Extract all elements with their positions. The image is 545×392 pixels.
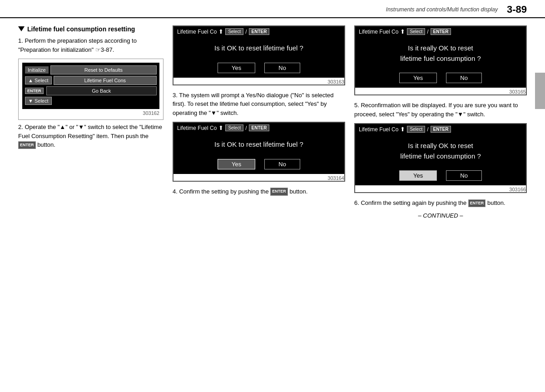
display-box-1: Lifetime Fuel Co ⬆ Select / ENTER Is it … [173, 25, 345, 85]
btn-yes-3: Yes [399, 73, 437, 83]
fig-number-screen1: 303163 [173, 79, 344, 84]
sidebar-bar [535, 73, 545, 109]
btn-no-3: No [446, 73, 482, 83]
display-header-2: Lifetime Fuel Co ⬆ Select / ENTER [173, 123, 344, 133]
menu-row-select-up: ▲ Select Lifetime Fuel Cons [25, 76, 157, 85]
enter-inline-3: ENTER [468, 199, 486, 208]
btn-no-1: No [264, 63, 300, 73]
display-body-1: Is it OK to reset lifetime fuel ? [173, 37, 344, 60]
display-body-line2-3: lifetime fuel consumption ? [360, 54, 521, 64]
menu-row-select-down: ▼ Select [25, 97, 157, 105]
select-up-btn: ▲ Select [25, 76, 52, 84]
display-arrow-2: ⬆ [218, 124, 223, 131]
page-header: Instruments and controls/Multi function … [0, 0, 545, 18]
display-box-3: Lifetime Fuel Co ⬆ Select / ENTER Is it … [354, 25, 527, 95]
display-select-2: Select [225, 124, 243, 131]
section-heading: Lifetime fuel consumption resetting [18, 25, 164, 33]
header-subtitle: Instruments and controls/Multi function … [18, 6, 507, 13]
enter-inline-1: ENTER [18, 141, 36, 149]
display-slash-4: / [427, 126, 428, 133]
menu-screen: Initialize Reset to Defaults ▲ Select Li… [22, 63, 159, 109]
display-slash-3: / [427, 29, 428, 35]
step6-main: 6. Confirm the setting again by pushing … [354, 199, 466, 206]
enter-badge: ENTER [25, 88, 44, 94]
step6-end: button. [487, 199, 505, 206]
display-slash-2: / [245, 125, 247, 131]
menu-row-initialize: Initialize Reset to Defaults [25, 65, 157, 74]
display-select-4: Select [407, 126, 425, 133]
left-column: Lifetime fuel consumption resetting 1. P… [18, 25, 164, 219]
btn-yes-1: Yes [218, 63, 255, 73]
goback-btn: Go Back [46, 86, 157, 95]
page-number: 3-89 [507, 4, 527, 15]
display-box-2: Lifetime Fuel Co ⬆ Select / ENTER Is it … [173, 122, 345, 182]
display-title-2: Lifetime Fuel Co [177, 125, 217, 131]
continued-text: – CONTINUED – [354, 212, 527, 219]
step1-text: 1. Perform the preparation steps accordi… [18, 36, 164, 54]
display-body-text-2: Is it OK to reset lifetime fuel ? [214, 140, 303, 148]
display-buttons-3: Yes No [355, 70, 526, 88]
display-buttons-1: Yes No [173, 60, 344, 78]
display-buttons-2: Yes No [173, 156, 344, 174]
display-body-text-1: Is it OK to reset lifetime fuel ? [214, 44, 303, 52]
display-header-1: Lifetime Fuel Co ⬆ Select / ENTER [173, 26, 344, 37]
display-enter-4: ENTER [431, 126, 451, 133]
fig-number-1: 303162 [22, 110, 159, 116]
right-column: Lifetime Fuel Co ⬆ Select / ENTER Is it … [354, 25, 527, 219]
display-body-line1-4: Is it really OK to reset [360, 141, 521, 151]
lifetime-btn: Lifetime Fuel Cons [54, 76, 157, 85]
display-arrow-4: ⬆ [400, 126, 405, 133]
display-enter-2: ENTER [249, 124, 270, 131]
reset-defaults-btn: Reset to Defaults [50, 65, 157, 74]
display-body-line1-3: Is it really OK to reset [360, 43, 521, 54]
display-arrow-1: ⬆ [218, 28, 223, 35]
display-box-4: Lifetime Fuel Co ⬆ Select / ENTER Is it … [354, 123, 527, 193]
triangle-icon [18, 26, 25, 31]
select-down-btn: ▼ Select [25, 97, 52, 105]
display-title-1: Lifetime Fuel Co [177, 29, 217, 35]
menu-row-enter: ENTER Go Back [25, 86, 157, 95]
display-body-3: Is it really OK to reset lifetime fuel c… [355, 37, 526, 70]
btn-yes-2: Yes [218, 159, 255, 169]
menu-box: Initialize Reset to Defaults ▲ Select Li… [18, 59, 164, 120]
display-buttons-4: Yes No [355, 168, 526, 185]
btn-no-4: No [446, 170, 482, 181]
enter-inline-2: ENTER [270, 188, 288, 196]
display-title-4: Lifetime Fuel Co [359, 126, 398, 133]
display-enter-3: ENTER [431, 28, 451, 35]
fig-number-screen3: 303165 [355, 89, 526, 94]
fig-number-screen4: 303166 [355, 187, 526, 192]
display-body-2: Is it OK to reset lifetime fuel ? [173, 133, 344, 156]
step6-text: 6. Confirm the setting again by pushing … [354, 198, 527, 208]
display-header-3: Lifetime Fuel Co ⬆ Select / ENTER [355, 26, 526, 37]
display-select-1: Select [225, 28, 243, 35]
display-header-4: Lifetime Fuel Co ⬆ Select / ENTER [355, 124, 526, 134]
btn-yes-4: Yes [399, 170, 437, 181]
main-content: Lifetime fuel consumption resetting 1. P… [0, 21, 545, 228]
initialize-btn: Initialize [25, 66, 49, 74]
display-body-line2-4: lifetime fuel consumption ? [360, 151, 521, 162]
step2-end: button. [37, 141, 55, 148]
display-select-3: Select [407, 28, 425, 35]
section-title: Lifetime fuel consumption resetting [27, 25, 135, 33]
step3-text: 3. The system will prompt a Yes/No dialo… [173, 91, 345, 118]
btn-no-2: No [264, 159, 300, 169]
step4-text: 4. Confirm the setting by pushing the EN… [173, 187, 345, 196]
display-arrow-3: ⬆ [400, 28, 405, 35]
display-slash-1: / [245, 29, 247, 35]
center-column: Lifetime Fuel Co ⬆ Select / ENTER Is it … [173, 25, 345, 219]
step2-main: 2. Operate the "▲" or "▼" switch to sele… [18, 124, 162, 139]
step2-text: 2. Operate the "▲" or "▼" switch to sele… [18, 123, 164, 149]
step4-end: button. [290, 188, 308, 195]
display-body-4: Is it really OK to reset lifetime fuel c… [355, 134, 526, 168]
display-title-3: Lifetime Fuel Co [359, 29, 398, 35]
step5-text: 5. Reconfirmation will be displayed. If … [354, 101, 527, 119]
step4-main: 4. Confirm the setting by pushing the [173, 188, 269, 195]
fig-number-screen2: 303164 [173, 175, 344, 181]
display-enter-1: ENTER [249, 28, 270, 35]
